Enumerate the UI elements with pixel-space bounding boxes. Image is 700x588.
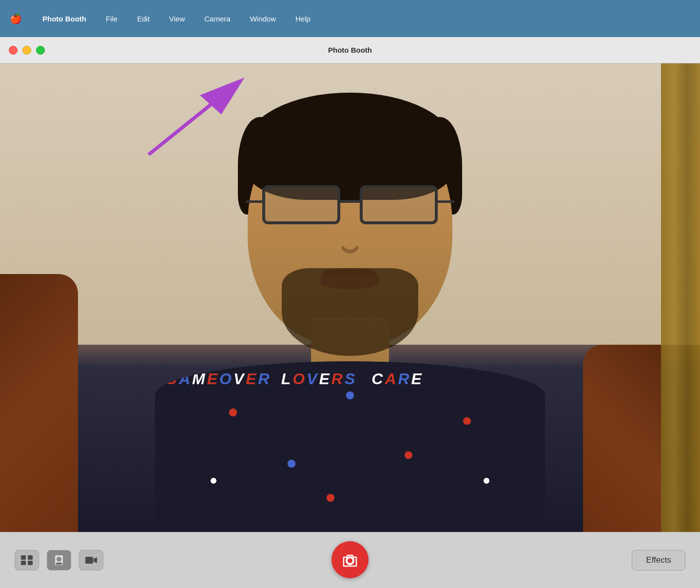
close-button[interactable] [9,46,18,55]
menubar-help[interactable]: Help [292,13,313,25]
svg-rect-2 [21,555,26,560]
camera-icon [341,550,359,569]
menubar-camera[interactable]: Camera [201,13,233,25]
background-post [661,63,700,532]
window-title: Photo Booth [328,46,372,54]
portrait-icon [53,555,65,566]
camera-view: G A M E O V E R L O V E R S C A R [0,63,700,532]
menubar-file[interactable]: File [103,13,120,25]
traffic-lights [9,46,45,55]
person: G A M E O V E R L O V E R S C A R [131,63,569,532]
svg-marker-10 [94,557,97,563]
capture-button[interactable] [331,541,369,578]
bottom-toolbar: Effects [0,532,700,588]
hair-top [245,93,455,200]
video-button[interactable] [79,550,103,570]
menubar-view[interactable]: View [166,13,188,25]
svg-rect-3 [28,555,33,560]
menubar: 🍎 Photo Booth File Edit View Camera Wind… [0,0,700,37]
portrait-view-button[interactable] [47,550,71,570]
svg-point-11 [348,558,352,563]
svg-rect-5 [28,561,33,565]
apple-menu-icon[interactable]: 🍎 [10,13,22,24]
title-bar: Photo Booth [0,37,700,63]
chair-right [583,345,661,532]
svg-rect-4 [21,561,26,565]
effects-button[interactable]: Effects [632,550,685,570]
menubar-app-name[interactable]: Photo Booth [39,13,89,25]
svg-point-7 [57,557,61,562]
glasses [257,185,443,229]
menubar-window[interactable]: Window [247,13,279,25]
toolbar-left [15,550,103,570]
minimize-button[interactable] [22,46,31,55]
app-window: Photo Booth [0,37,700,588]
svg-rect-8 [56,563,62,565]
grid-icon [20,555,33,566]
beard [282,268,418,356]
menubar-edit[interactable]: Edit [134,13,153,25]
svg-rect-9 [85,557,93,564]
chair-left [0,274,78,532]
maximize-button[interactable] [36,46,45,55]
sweater: G A M E O V E R L O V E R S C A R [155,361,545,532]
video-icon [85,555,97,566]
grid-view-button[interactable] [15,550,39,570]
